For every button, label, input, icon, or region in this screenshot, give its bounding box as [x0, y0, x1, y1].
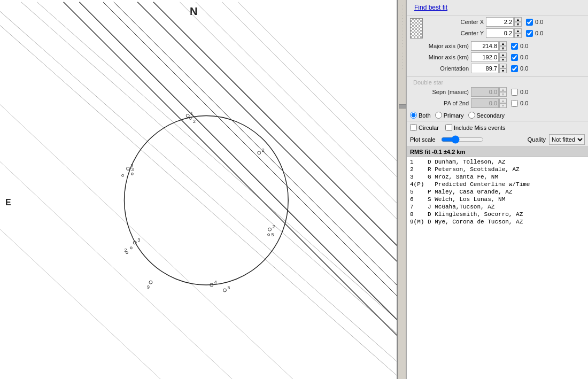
major-axis-checkbox[interactable] — [511, 43, 518, 50]
radio-primary-input[interactable] — [435, 112, 442, 119]
pa-checkbox[interactable] — [511, 100, 518, 107]
center-y-input[interactable] — [486, 28, 514, 38]
svg-line-4 — [64, 2, 397, 379]
find-best-fit-button[interactable]: Find best fit — [410, 2, 452, 13]
svg-point-22 — [258, 151, 261, 154]
orientation-down[interactable]: ▼ — [499, 68, 507, 73]
pa-label: PA of 2nd — [410, 100, 469, 106]
list-item[interactable]: 8 D Klinglesmith, Socorro, AZ — [409, 211, 586, 218]
find-best-fit-row: Find best fit — [407, 0, 588, 16]
center-x-down[interactable]: ▼ — [514, 22, 522, 27]
svg-line-5 — [79, 2, 397, 379]
sepn-down: ▼ — [499, 92, 507, 97]
center-y-checkbox[interactable] — [526, 30, 533, 37]
radio-both[interactable]: Both — [410, 112, 431, 119]
svg-line-15 — [0, 97, 349, 379]
vertical-scrollbar[interactable]: · · · · · · · · · · · · · · · · · · · · … — [398, 0, 406, 379]
svg-line-16 — [0, 150, 318, 379]
center-y-up[interactable]: ▲ — [514, 28, 522, 33]
svg-point-39 — [130, 247, 132, 249]
orientation-up[interactable]: ▲ — [499, 64, 507, 68]
include-miss-label: Include Miss events — [454, 125, 506, 131]
svg-line-13 — [238, 2, 397, 379]
quality-select[interactable]: Not fitted Fitted Good Excellent — [549, 134, 585, 145]
svg-text:3: 3 — [137, 237, 140, 243]
svg-line-3 — [37, 2, 397, 379]
minor-axis-label: Minor axis (km) — [410, 54, 469, 60]
svg-line-7 — [114, 2, 397, 379]
svg-text:2: 2 — [193, 119, 196, 124]
center-y-down[interactable]: ▼ — [514, 33, 522, 38]
orientation-spinner: ▲ ▼ — [499, 64, 507, 73]
center-x-checkbox[interactable] — [526, 19, 533, 26]
list-item[interactable]: 3 G Mroz, Santa Fe, NM — [409, 173, 586, 181]
svg-point-18 — [186, 114, 189, 118]
orientation-input[interactable] — [471, 64, 499, 73]
svg-line-14 — [0, 55, 370, 379]
major-axis-up[interactable]: ▲ — [499, 41, 507, 46]
minor-axis-input[interactable] — [471, 52, 499, 62]
observer-list: 1 D Dunham, Tolleson, AZ2 R Peterson, Sc… — [407, 157, 588, 379]
svg-text:2: 2 — [273, 224, 275, 229]
list-item[interactable]: 9(M) D Nye, Corona de Tucson, AZ — [409, 218, 586, 226]
orientation-fit-value: 0.0 — [520, 65, 536, 72]
pa-row: PA of 2nd ▲ ▼ 0.0 — [410, 98, 585, 108]
center-y-fit-value: 0.0 — [535, 30, 551, 36]
radio-secondary-label: Secondary — [477, 112, 505, 119]
orientation-label: Orientation — [410, 65, 469, 72]
list-item[interactable]: 7 J McGaha,Tucson, AZ — [409, 203, 586, 211]
include-miss-checkbox[interactable] — [445, 124, 452, 131]
center-x-label: Center X — [425, 19, 484, 25]
list-item[interactable]: 5 P Maley, Casa Grande, AZ — [409, 188, 586, 196]
list-item[interactable]: 6 S Welch, Los Lunas, NM — [409, 196, 586, 203]
sepn-up: ▲ — [499, 87, 507, 92]
radio-secondary[interactable]: Secondary — [468, 112, 505, 119]
pa-up: ▲ — [499, 98, 507, 103]
minor-axis-spinner: ▲ ▼ — [499, 52, 507, 62]
minor-axis-up[interactable]: ▲ — [499, 52, 507, 57]
list-item[interactable]: 1 D Dunham, Tolleson, AZ — [409, 158, 586, 166]
options-row: Circular Include Miss events — [407, 122, 588, 133]
svg-text:5: 5 — [227, 285, 230, 290]
svg-text:9: 9 — [147, 284, 150, 290]
svg-text:2: 2 — [262, 148, 265, 153]
map-area: N E 1 2 2 — [0, 0, 398, 379]
sepn-fit-value: 0.0 — [520, 89, 536, 95]
svg-line-1 — [0, 2, 397, 379]
sepn-checkbox[interactable] — [511, 89, 518, 96]
minor-axis-checkbox[interactable] — [511, 54, 518, 61]
circular-option[interactable]: Circular — [410, 124, 439, 131]
circular-checkbox[interactable] — [410, 124, 417, 131]
major-axis-input[interactable] — [471, 41, 499, 51]
list-item[interactable]: 2 R Peterson, Scottsdale, AZ — [409, 166, 586, 173]
svg-text:2: 2 — [124, 247, 127, 253]
minor-axis-fit-value: 0.0 — [520, 54, 536, 60]
svg-point-24 — [126, 167, 129, 170]
minor-axis-down[interactable]: ▼ — [499, 57, 507, 62]
sepn-row: Sepn (masec) ▲ ▼ 0.0 — [410, 87, 585, 97]
rms-fit-bar: RMS fit -0.1 ±4.2 km — [407, 146, 588, 157]
scrollbar-thumb[interactable] — [399, 104, 406, 109]
fit-icon — [410, 18, 423, 38]
plot-scale-label: Plot scale — [410, 136, 436, 143]
svg-text:5: 5 — [272, 232, 274, 237]
list-item[interactable]: 4(P) Predicted Centerline w/Time — [409, 181, 586, 188]
include-miss-option[interactable]: Include Miss events — [445, 124, 506, 131]
pa-spinner: ▲ ▼ — [499, 98, 507, 108]
pa-input[interactable] — [471, 98, 499, 108]
sepn-input[interactable] — [471, 87, 499, 97]
circular-label: Circular — [419, 125, 439, 131]
svg-text:4: 4 — [214, 280, 217, 285]
orientation-checkbox[interactable] — [511, 65, 518, 72]
radio-primary[interactable]: Primary — [435, 112, 464, 119]
plot-scale-slider[interactable] — [441, 137, 484, 142]
radio-both-input[interactable] — [410, 112, 417, 119]
sepn-label: Sepn (masec) — [410, 89, 469, 95]
radio-secondary-input[interactable] — [468, 112, 475, 119]
svg-text:3: 3 — [131, 167, 134, 172]
center-x-input[interactable] — [486, 17, 514, 27]
major-axis-down[interactable]: ▼ — [499, 46, 507, 51]
center-x-up[interactable]: ▲ — [514, 17, 522, 22]
major-axis-row: Major axis (km) ▲ ▼ 0.0 — [407, 41, 588, 51]
svg-point-29 — [268, 228, 272, 231]
